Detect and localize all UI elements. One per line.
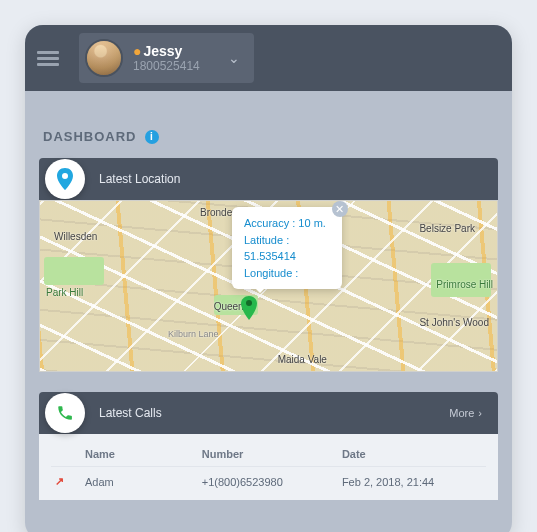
card-title: Latest Calls	[99, 406, 162, 420]
svg-point-0	[246, 300, 252, 306]
phone-icon	[45, 393, 85, 433]
latest-calls-card: Latest Calls More › Name Number Date ↗ A…	[39, 392, 498, 500]
chevron-right-icon: ›	[478, 407, 482, 419]
tooltip-lat-val: 51.535414	[244, 248, 330, 265]
profile-name: ●Jessy	[133, 43, 200, 59]
map-pin-icon[interactable]	[241, 296, 255, 318]
profile-name-text: Jessy	[143, 43, 182, 59]
map-label: Primrose Hill	[436, 279, 493, 290]
tooltip-lat-label: Latitude :	[244, 232, 330, 249]
page-title-row: DASHBOARD i	[43, 129, 494, 144]
close-icon[interactable]: ✕	[332, 201, 348, 217]
status-dot-icon: ●	[133, 43, 141, 59]
tooltip-lon-label: Longitude :	[244, 265, 330, 282]
page-title: DASHBOARD	[43, 129, 137, 144]
card-title: Latest Location	[99, 172, 180, 186]
map-park	[44, 257, 104, 285]
map-label: Willesden	[54, 231, 97, 242]
content: DASHBOARD i Latest Location Willesden Br…	[25, 91, 512, 532]
map-tooltip: ✕ Accuracy : 10 m. Latitude : 51.535414 …	[232, 207, 342, 289]
menu-icon[interactable]	[37, 49, 59, 67]
app-header: ●Jessy 1800525414 ⌄	[25, 25, 512, 91]
chevron-down-icon[interactable]: ⌄	[228, 50, 240, 66]
info-icon[interactable]: i	[145, 130, 159, 144]
col-date: Date	[342, 448, 482, 460]
map-view[interactable]: Willesden Brondesbury Belsize Park Park …	[39, 200, 498, 372]
tooltip-accuracy: Accuracy : 10 m.	[244, 215, 330, 232]
avatar	[85, 39, 123, 77]
card-header-location: Latest Location	[39, 158, 498, 200]
map-label: Belsize Park	[419, 223, 475, 234]
card-header-calls: Latest Calls More ›	[39, 392, 498, 434]
latest-location-card: Latest Location Willesden Brondesbury Be…	[39, 158, 498, 372]
cell-number: +1(800)6523980	[202, 476, 342, 488]
profile-selector[interactable]: ●Jessy 1800525414 ⌄	[79, 33, 254, 83]
calls-table: Name Number Date ↗ Adam +1(800)6523980 F…	[39, 434, 498, 500]
map-label: Kilburn Lane	[168, 329, 219, 339]
map-label: Maida Vale	[278, 354, 327, 365]
more-link[interactable]: More ›	[449, 407, 482, 419]
table-row[interactable]: ↗ Adam +1(800)6523980 Feb 2, 2018, 21:44	[51, 466, 486, 496]
more-label: More	[449, 407, 474, 419]
map-label: St John's Wood	[419, 317, 489, 328]
col-number: Number	[202, 448, 342, 460]
map-label: Park Hill	[46, 287, 83, 298]
outgoing-call-icon: ↗	[55, 475, 85, 488]
profile-info: ●Jessy 1800525414	[133, 43, 200, 73]
col-name: Name	[85, 448, 202, 460]
app-frame: ●Jessy 1800525414 ⌄ DASHBOARD i Latest L…	[25, 25, 512, 532]
cell-name: Adam	[85, 476, 202, 488]
table-header: Name Number Date	[51, 442, 486, 466]
location-pin-icon	[45, 159, 85, 199]
profile-id: 1800525414	[133, 59, 200, 73]
cell-date: Feb 2, 2018, 21:44	[342, 476, 482, 488]
